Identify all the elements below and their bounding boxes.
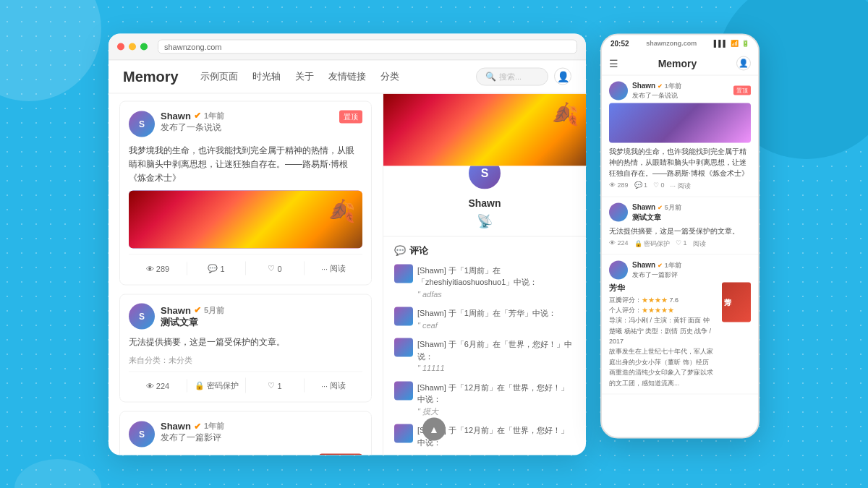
user-avatar-icon[interactable]: 👤 <box>554 68 571 85</box>
comment-avatar-5 <box>394 424 413 443</box>
avatar-1: S <box>129 111 155 137</box>
browser-minimize-dot[interactable] <box>129 43 136 50</box>
posts-column: S Shawn ✔ 1年前 发布了一条说说 置顶 我梦境我的生命，也许我能找到完… <box>109 93 383 455</box>
float-button[interactable]: ▲ <box>422 417 446 440</box>
comment-item-5: [Shawn] 于「12月前」在「世界，您好！」中说： <box>394 424 575 448</box>
profile-section: S Shawn 📡 <box>383 166 586 236</box>
post-meta-2: Shawn ✔ 5月前 测试文章 <box>161 304 362 328</box>
post-content-1: 我梦境我的生命，也许我能找到完全属于精神的热情，从眼睛和脑头中剥离思想，让迷狂独… <box>129 143 362 185</box>
post-content-2: 无法提供摘要，这是一篇受保护的文章。 <box>129 335 362 349</box>
mobile-user-icon[interactable]: 👤 <box>736 56 751 70</box>
post-header-1: S Shawn ✔ 1年前 发布了一条说说 置顶 <box>129 110 362 137</box>
comment-item-3: [Shawn] 于「6月前」在「世界，您好！」中说： " 11111 <box>394 338 575 374</box>
stat-views-1: 👁 289 <box>129 262 187 275</box>
mobile-movie-thumb: 芳华 <box>722 282 751 322</box>
comment-text-3: [Shawn] 于「6月前」在「世界，您好！」中说： " 11111 <box>417 338 575 374</box>
browser-maximize-dot[interactable] <box>140 43 148 50</box>
comment-quote-1: " adfas <box>417 289 442 298</box>
stat-likes-1: ♡ 0 <box>246 262 305 275</box>
stat-comments-1: 💬 1 <box>187 262 246 275</box>
post-card-3: S Shawn ✔ 1年前 发布了一篇影评 芳华 <box>119 411 372 455</box>
browser-url-bar[interactable]: shawnzong.com <box>158 39 577 53</box>
hamburger-icon[interactable]: ☰ <box>609 57 618 69</box>
mobile-comments-1: 💬 1 <box>634 181 648 190</box>
mobile-nav: ☰ Memory 👤 <box>602 51 758 75</box>
mobile-movie-meta: 豆瓣评分：★★★★ 7.6 个人评分：★★★★★ 导演：冯小刚 / 主演：黄轩 … <box>609 294 713 388</box>
mobile-badge-1: 置顶 <box>733 86 751 95</box>
mobile-avatar-3 <box>609 260 628 279</box>
anime-bg-1 <box>129 191 362 249</box>
mobile-read-2[interactable]: 阅读 <box>693 239 706 248</box>
comment-avatar-3 <box>394 338 413 357</box>
nav-search: 🔍 搜索... 👤 <box>476 67 571 85</box>
mobile-post-3: Shawn ✔ 1年前 发布了一篇影评 芳华 豆瓣评分：★★★★ 7.6 个人评… <box>602 254 758 395</box>
post-card-1: S Shawn ✔ 1年前 发布了一条说说 置顶 我梦境我的生命，也许我能找到完… <box>119 100 372 286</box>
comment-quote-4: " 摸大 <box>417 406 438 415</box>
mobile-likes-1: ♡ 0 <box>653 181 665 190</box>
post-meta-1: Shawn ✔ 1年前 发布了一条说说 <box>161 110 362 137</box>
stat-read-1[interactable]: ··· 阅读 <box>305 261 362 276</box>
nav-item-links[interactable]: 友情链接 <box>328 70 366 83</box>
mobile-avatar-1 <box>609 81 628 100</box>
movie-thumbnail: 芳华 <box>319 454 362 455</box>
comment-avatar-4 <box>394 381 413 400</box>
mobile-post-author-3: Shawn ✔ 1年前 <box>632 260 751 270</box>
mobile-post-content-2: 无法提供摘要，这是一篇受保护的文章。 <box>609 225 751 236</box>
browser-close-dot[interactable] <box>117 43 124 50</box>
movie-title[interactable]: 芳华 <box>129 454 312 455</box>
sidebar-column: S Shawn 📡 💬 评论 [Shawn] 于「1周前」在「zheshiyit… <box>383 93 586 455</box>
mobile-password-2: 🔒 密码保护 <box>634 239 671 248</box>
verified-icon-1: ✔ <box>194 111 201 121</box>
mobile-content: Shawn ✔ 1年前 发布了一条说说 置顶 我梦境我的生命，也许我能找到完全属… <box>602 75 758 427</box>
mobile-stats-2: 👁 224 🔒 密码保护 ♡ 1 阅读 <box>609 239 751 248</box>
verified-icon-3: ✔ <box>194 421 201 431</box>
heart-icon: ♡ <box>268 264 275 273</box>
search-box[interactable]: 🔍 搜索... <box>476 67 548 85</box>
post-title-2[interactable]: 测试文章 <box>161 315 362 328</box>
comment-text-2: [Shawn] 于「1周前」在「芳华」中说： " ceaf <box>417 307 556 331</box>
comment-avatar-2 <box>394 307 413 326</box>
post-author-2: Shawn ✔ 5月前 <box>161 304 362 315</box>
mobile-post-header-2: Shawn ✔ 5月前 测试文章 <box>609 202 751 222</box>
mobile-logo[interactable]: Memory <box>618 57 736 69</box>
main-container: shawnzong.com Memory 示例页面 时光轴 关于 友情链接 分类… <box>109 33 760 455</box>
heart-icon-2: ♡ <box>268 381 275 390</box>
movie-details: 芳华 豆瓣评分： ★★★★☆ 7.6 个人评分： ★★★★★ 剧情 / 小钢炮 … <box>129 454 312 455</box>
mobile-movie-title: 芳华 <box>609 282 713 293</box>
mobile-post-time-1: 1年前 <box>665 82 681 89</box>
comment-quote-3: " 11111 <box>417 364 445 372</box>
mobile-post-action-1: 发布了一条说说 <box>632 90 729 100</box>
nav-item-about[interactable]: 关于 <box>295 70 314 83</box>
comment-text-1: [Shawn] 于「1周前」在「zheshiyitiaoshuoshuo1」中说… <box>417 264 575 300</box>
nav-item-timeline[interactable]: 时光轴 <box>252 70 281 83</box>
avatar-3: S <box>129 421 155 448</box>
profile-banner <box>383 93 586 166</box>
post-stats-2: 👁 224 🔒 密码保护 ♡ 1 ··· 阅 <box>129 372 362 393</box>
mobile-views-2: 👁 224 <box>609 239 629 248</box>
eye-icon-2: 👁 <box>146 381 154 390</box>
stat-likes-2: ♡ 1 <box>246 379 305 393</box>
browser-mockup: shawnzong.com Memory 示例页面 时光轴 关于 友情链接 分类… <box>109 33 586 455</box>
comments-section: 💬 评论 [Shawn] 于「1周前」在「zheshiyitiaoshuoshu… <box>383 236 586 455</box>
nav-item-categories[interactable]: 分类 <box>380 70 399 83</box>
stat-read-2[interactable]: ··· 阅读 <box>305 378 362 393</box>
mobile-movie-info: 芳华 豆瓣评分：★★★★ 7.6 个人评分：★★★★★ 导演：冯小刚 / 主演：… <box>609 282 713 388</box>
lock-icon: 🔒 <box>195 381 205 390</box>
mobile-post-content-1: 我梦境我的生命，也许我能找到完全属于精神的热情，从眼睛和脑头中剥离思想，让迷狂独… <box>609 145 751 178</box>
signal-icon: ▌▌▌ <box>714 40 728 47</box>
mobile-status-icons: ▌▌▌ 📶 🔋 <box>714 40 749 47</box>
mobile-post-meta-1: Shawn ✔ 1年前 发布了一条说说 <box>632 81 729 100</box>
mobile-read-1[interactable]: ··· 阅读 <box>671 181 691 190</box>
wifi-icon: 📶 <box>731 40 739 47</box>
profile-name: Shawn <box>394 197 575 208</box>
mobile-post-header-1: Shawn ✔ 1年前 发布了一条说说 置顶 <box>609 81 751 100</box>
mobile-post-meta-3: Shawn ✔ 1年前 发布了一篇影评 <box>632 260 751 279</box>
nav-item-demo[interactable]: 示例页面 <box>200 70 238 83</box>
comment-quote-2: " ceaf <box>417 320 438 329</box>
avatar-2: S <box>129 304 155 330</box>
post-stats-1: 👁 289 💬 1 ♡ 0 ··· 阅读 <box>129 254 362 276</box>
site-logo[interactable]: Memory <box>123 68 179 85</box>
mobile-post-2: Shawn ✔ 5月前 测试文章 无法提供摘要，这是一篇受保护的文章。 👁 22… <box>602 197 758 254</box>
rss-icon[interactable]: 📡 <box>394 213 575 228</box>
post-action-3: 发布了一篇影评 <box>161 432 362 444</box>
